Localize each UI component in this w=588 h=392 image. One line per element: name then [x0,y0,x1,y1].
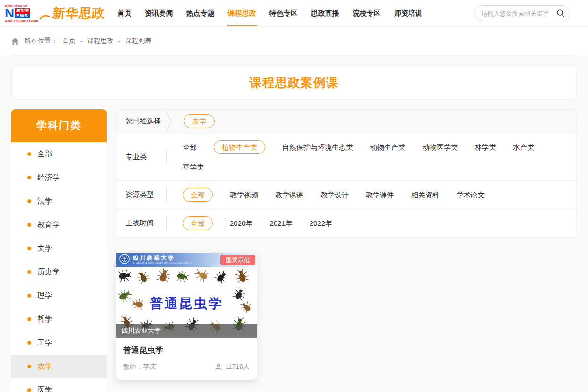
sidebar-item[interactable]: 历史学 [11,260,107,284]
nav-item[interactable]: 师资培训 [394,0,422,26]
filter-option[interactable]: 自然保护与环境生态类 [282,141,353,153]
filter-option[interactable]: 相关资料 [411,188,439,201]
site-name: 新华思政 [52,5,106,22]
filter-option[interactable]: 全部 [183,141,197,153]
cover-course-title: 普通昆虫学 [144,293,229,314]
breadcrumb-bar: 所在位置： 首页-课程思政-课程列表 [0,27,588,56]
course-meta: 教师：李庆 11716人 [123,363,250,371]
bullet-icon [27,317,31,321]
insect-illustration [118,289,132,305]
divider [166,216,167,230]
insect-illustration [240,301,252,315]
viewer-count-text: 11716人 [225,363,250,371]
filter-panel: 您已经选择 农学 专业类全部植物生产类自然保护与环境生态类动物生产类动物医学类林… [116,109,577,238]
filter-option[interactable]: 植物生产类 [214,140,265,154]
insect-illustration [235,269,250,286]
bullet-icon [27,341,31,345]
course-info: 普通昆虫学教师：李庆 11716人 [116,338,257,380]
filter-option[interactable]: 学术论文 [456,188,485,201]
swoosh-icon [40,13,50,20]
filter-option[interactable]: 草学类 [183,161,204,173]
search-input[interactable] [474,5,570,21]
main-content: 课程思政案例课 学科门类 全部经济学法学教育学文学历史学理学哲学工学农学医学 您… [0,56,588,392]
sidebar-item-label: 医学 [37,385,52,392]
logo-ews-letters: EWS [15,14,30,18]
filter-option[interactable]: 全部 [183,188,213,202]
nav-item[interactable]: 特色专区 [269,0,298,26]
sidebar-item-label: 法学 [37,196,52,206]
page-title-card: 课程思政案例课 [11,66,577,100]
filter-option[interactable]: 林学类 [475,141,496,153]
bullet-icon [27,223,31,227]
filter-option[interactable]: 动物医学类 [422,141,458,153]
page: www.news.cn N 新华网 EWS www.xinhuanet.com … [0,0,588,392]
filter-option[interactable]: 教学课件 [366,188,394,201]
sidebar-item-label: 全部 [37,149,52,159]
filter-option[interactable]: 教学设计 [320,188,349,201]
xinhuanet-url: www.xinhuanet.com [5,19,38,23]
sidebar-item-label: 哲学 [37,315,52,324]
sidebar-item[interactable]: 教育学 [11,213,107,237]
course-teacher: 教师：李庆 [123,363,156,371]
filter-group: 专业类全部植物生产类自然保护与环境生态类动物生产类动物医学类林学类水产类草学类 [116,133,576,181]
breadcrumb-separator: - [118,37,121,45]
sidebar-item-label: 经济学 [37,173,60,183]
filter-option[interactable]: 水产类 [513,141,534,153]
sidebar-item[interactable]: 哲学 [11,307,107,331]
breadcrumb: 所在位置： 首页-课程思政-课程列表 [11,27,577,56]
sidebar-item-label: 农学 [37,362,52,372]
sidebar-item[interactable]: 文学 [11,237,107,260]
divider [166,150,167,164]
site-logo[interactable]: www.news.cn N 新华网 EWS www.xinhuanet.com … [5,4,105,23]
filter-option[interactable]: 2021年 [269,217,292,230]
breadcrumb-link[interactable]: 课程思政 [87,37,114,45]
sidebar-item[interactable]: 法学 [11,189,107,213]
filter-option[interactable]: 全部 [183,216,213,230]
breadcrumb-link[interactable]: 首页 [62,37,76,45]
filter-group-label: 资源类型 [126,190,166,199]
breadcrumb-link: 课程列表 [125,37,151,45]
nav-item[interactable]: 首页 [118,0,132,26]
nav-item[interactable]: 院校专区 [353,0,381,26]
sidebar-item[interactable]: 工学 [11,331,107,355]
chevron-right-icon [166,111,172,132]
home-icon[interactable] [11,38,19,45]
nav-item[interactable]: 资讯要闻 [145,0,173,26]
filter-option[interactable]: 教学说课 [275,188,303,201]
bullet-icon [27,294,31,298]
national-demo-badge: 国家示范 [220,255,255,265]
page-title: 课程思政案例课 [250,75,339,91]
course-list: 四川農業大學SICHUAN AGRICULTURAL UNIVERSITY国家示… [116,253,577,380]
filter-option[interactable]: 教学视频 [230,188,258,201]
subject-sidebar: 学科门类 全部经济学法学教育学文学历史学理学哲学工学农学医学 [11,109,107,392]
sidebar-item-label: 理学 [37,291,52,301]
nav-item[interactable]: 思政直播 [311,0,339,26]
sidebar-item[interactable]: 农学 [11,355,107,378]
sidebar-item-label: 教育学 [37,220,60,230]
filter-option[interactable]: 2022年 [310,217,332,230]
bullet-icon [27,270,31,274]
sidebar-item-label: 工学 [37,338,52,348]
logo-n-letter: N [5,7,14,19]
sidebar-title: 学科门类 [11,109,107,142]
nav-item[interactable]: 课程思政 [228,0,256,26]
filter-option[interactable]: 动物生产类 [370,141,405,153]
filter-options: 全部教学视频教学说课教学设计教学课件相关资料学术论文 [183,181,567,209]
course-card[interactable]: 四川農業大學SICHUAN AGRICULTURAL UNIVERSITY国家示… [116,253,257,380]
university-name-cn: 四川農業大學 [133,255,193,262]
sidebar-item[interactable]: 经济学 [11,166,107,189]
results-column: 您已经选择 农学 专业类全部植物生产类自然保护与环境生态类动物生产类动物医学类林… [116,109,577,380]
nav-item[interactable]: 热点专题 [186,0,215,26]
sidebar-item[interactable]: 全部 [11,142,107,166]
filter-group-label: 上线时间 [126,219,166,228]
bullet-icon [27,152,31,156]
course-title: 普通昆虫学 [123,345,250,356]
filter-option[interactable]: 2020年 [230,217,252,230]
teacher-label: 教师： [123,363,143,370]
selected-tag[interactable]: 农学 [184,114,215,128]
search-icon[interactable] [556,9,565,17]
sidebar-item[interactable]: 医学 [11,378,107,392]
sidebar-item[interactable]: 理学 [11,284,107,307]
divider [166,188,167,202]
header: www.news.cn N 新华网 EWS www.xinhuanet.com … [0,0,588,27]
